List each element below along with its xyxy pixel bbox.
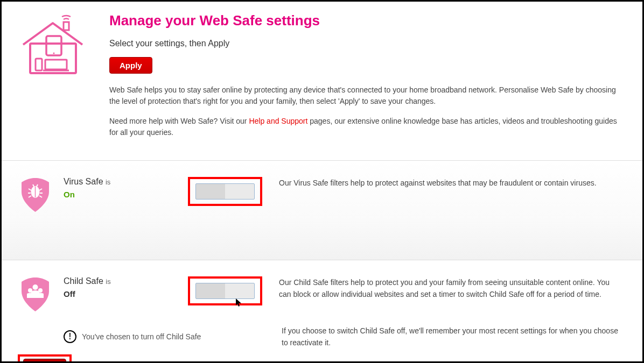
child-safe-toggle[interactable] [195,283,255,299]
help-prefix: Need more help with Web Safe? Visit our [109,117,249,125]
child-safe-description-block: Our Child Safe filters help to protect y… [279,276,632,311]
virus-safe-label-block: Virus Safe is On [64,177,171,199]
help-description: Need more help with Web Safe? Visit our … [109,116,621,138]
virus-safe-name: Virus Safe is [64,177,171,187]
apply-bottom-highlight: Apply [18,354,72,363]
child-shield-icon [20,276,53,314]
header-content: Manage your Web Safe settings Select you… [109,12,632,147]
websafe-description: Web Safe helps you to stay safer online … [109,84,621,107]
child-safe-status: Off [64,289,171,298]
virus-safe-toggle[interactable] [195,183,255,200]
child-safe-description1: Our Child Safe filters help to protect y… [279,276,621,301]
virus-toggle-highlight [188,177,262,206]
header-section: Manage your Web Safe settings Select you… [2,2,642,160]
svg-point-17 [33,284,38,290]
svg-rect-5 [45,60,67,69]
bottom-row: Apply Report a website that you think sh… [2,354,642,363]
page-subtitle: Select your settings, then Apply [109,39,621,48]
child-safe-section: Child Safe is Off Our Child Safe filters… [2,260,642,354]
virus-safe-toggle-container [182,177,268,206]
apply-button-top[interactable]: Apply [109,57,152,74]
apply-button-bottom[interactable]: Apply [23,359,66,363]
virus-safe-description: Our Virus Safe filters help to protect a… [279,177,632,189]
house-devices-icon [12,12,93,77]
svg-rect-0 [64,22,69,30]
virus-safe-status: On [64,190,171,199]
svg-point-3 [53,53,55,54]
child-safe-description2: If you choose to switch Child Safe off, … [282,325,632,349]
child-safe-lower-row: ! You've chosen to turn off Child Safe I… [12,325,632,349]
child-safe-warning-text: You've chosen to turn off Child Safe [82,332,201,341]
child-toggle-highlight [188,276,262,305]
help-support-link[interactable]: Help and Support [249,117,307,125]
svg-rect-4 [36,59,42,70]
page-title: Manage your Web Safe settings [109,12,621,29]
virus-shield-icon [20,177,53,215]
child-safe-warning-block: ! You've chosen to turn off Child Safe [12,325,271,349]
child-safe-toggle-container [182,276,268,305]
child-safe-name: Child Safe is [64,276,171,286]
warning-icon: ! [64,330,76,343]
child-safe-label-block: Child Safe is Off [64,276,171,298]
virus-safe-section: Virus Safe is On Our Virus Safe filters … [2,160,642,260]
